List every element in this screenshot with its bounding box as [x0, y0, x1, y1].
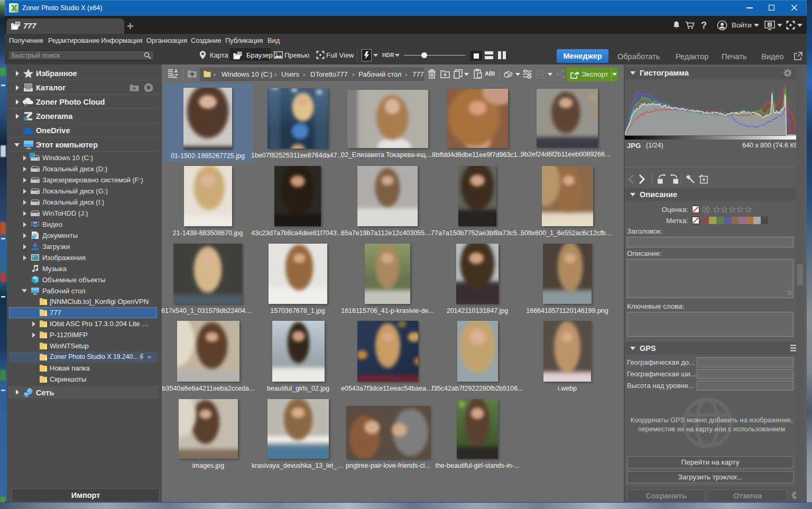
svg-text:2: 2 — [769, 22, 771, 27]
